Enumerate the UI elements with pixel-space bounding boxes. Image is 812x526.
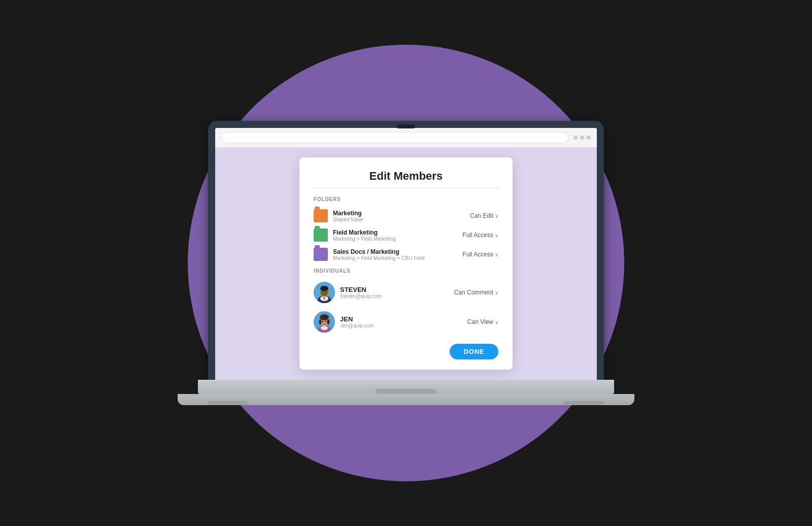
permission-steven[interactable]: Can Comment ∨ [454, 289, 498, 296]
laptop-camera [397, 124, 415, 128]
permission-field-marketing[interactable]: Full Access ∨ [462, 232, 498, 239]
person-left-steven: STEVEN Steven@quip.com [314, 282, 382, 303]
laptop-foot-right [563, 401, 604, 405]
folder-icon-marketing [314, 209, 328, 222]
folder-name-sales-docs: Sales Docs / Marketing [333, 248, 425, 255]
browser-dot-2 [580, 136, 584, 140]
person-name-steven: STEVEN [340, 286, 382, 293]
individuals-section: INDIVIDUALS [314, 268, 498, 337]
modal-title: Edit Members [314, 170, 498, 183]
avatar-jen [314, 311, 335, 333]
folder-path-field-marketing: Marketing > Field Marketing [333, 236, 396, 242]
person-info-jen: JEN Jen@quip.com [340, 315, 374, 328]
permission-jen[interactable]: Can View ∨ [467, 318, 498, 325]
browser-dot-3 [587, 136, 591, 140]
person-email-jen: Jen@quip.com [340, 323, 374, 328]
svg-point-6 [322, 291, 323, 292]
done-button[interactable]: DONE [450, 344, 498, 359]
folder-item-sales-docs: Sales Docs / Marketing Marketing > Field… [314, 245, 498, 264]
folders-section-label: FOLDERS [314, 196, 498, 202]
folder-item-field-marketing: Field Marketing Marketing > Field Market… [314, 225, 498, 245]
screen-content: Edit Members FOLDERS Marketing Shared fo… [215, 147, 597, 380]
browser-bar [215, 128, 597, 147]
svg-point-10 [321, 326, 328, 330]
permission-marketing[interactable]: Can Edit ∨ [470, 212, 498, 219]
folder-path-marketing: Shared folder [333, 217, 363, 222]
svg-point-15 [322, 321, 323, 322]
person-name-jen: JEN [340, 315, 374, 323]
folder-info-field-marketing: Field Marketing Marketing > Field Market… [333, 229, 396, 242]
browser-url-bar[interactable] [221, 132, 568, 143]
laptop-screen-inner: Edit Members FOLDERS Marketing Shared fo… [215, 128, 597, 380]
folder-icon-field-marketing [314, 228, 328, 242]
folder-item-marketing: Marketing Shared folder Can Edit ∨ [314, 206, 498, 225]
chevron-field-marketing: ∨ [495, 233, 498, 238]
permission-sales-docs[interactable]: Full Access ∨ [462, 251, 498, 258]
laptop-notch [376, 389, 436, 394]
person-info-steven: STEVEN Steven@quip.com [340, 286, 382, 299]
folder-item-left-2: Field Marketing Marketing > Field Market… [314, 228, 396, 242]
person-item-jen: JEN Jen@quip.com Can View ∨ [314, 307, 498, 337]
laptop: Edit Members FOLDERS Marketing Shared fo… [178, 121, 634, 405]
folder-item-left-3: Sales Docs / Marketing Marketing > Field… [314, 248, 425, 261]
folder-info-sales-docs: Sales Docs / Marketing Marketing > Field… [333, 248, 425, 261]
folder-name-marketing: Marketing [333, 210, 363, 217]
svg-point-16 [325, 321, 326, 322]
laptop-base [198, 380, 614, 394]
folder-name-field-marketing: Field Marketing [333, 229, 396, 236]
modal-divider [314, 188, 498, 188]
done-row: DONE [314, 344, 498, 359]
laptop-foot-left [208, 401, 249, 405]
edit-members-modal: Edit Members FOLDERS Marketing Shared fo… [299, 157, 513, 370]
chevron-sales-docs: ∨ [495, 252, 498, 257]
chevron-steven: ∨ [495, 290, 498, 295]
avatar-steven [314, 282, 335, 303]
folder-info-marketing: Marketing Shared folder [333, 210, 363, 222]
folder-item-left: Marketing Shared folder [314, 209, 363, 222]
svg-point-14 [327, 319, 330, 324]
person-left-jen: JEN Jen@quip.com [314, 311, 374, 333]
folder-icon-sales-docs [314, 248, 328, 261]
browser-dot-1 [573, 136, 578, 140]
svg-point-12 [320, 314, 329, 320]
laptop-screen-outer: Edit Members FOLDERS Marketing Shared fo… [208, 121, 604, 380]
svg-point-5 [320, 286, 328, 291]
svg-point-13 [319, 319, 322, 324]
chevron-jen: ∨ [495, 319, 498, 325]
chevron-marketing: ∨ [495, 213, 498, 219]
folder-path-sales-docs: Marketing > Field Marketing > CBU Field [333, 255, 425, 261]
person-item-steven: STEVEN Steven@quip.com Can Comment ∨ [314, 278, 498, 307]
individuals-section-label: INDIVIDUALS [314, 268, 498, 274]
laptop-bottom [178, 394, 634, 405]
scene: Edit Members FOLDERS Marketing Shared fo… [101, 19, 710, 507]
browser-dots [573, 136, 591, 140]
person-email-steven: Steven@quip.com [340, 293, 382, 299]
svg-point-7 [325, 291, 326, 292]
